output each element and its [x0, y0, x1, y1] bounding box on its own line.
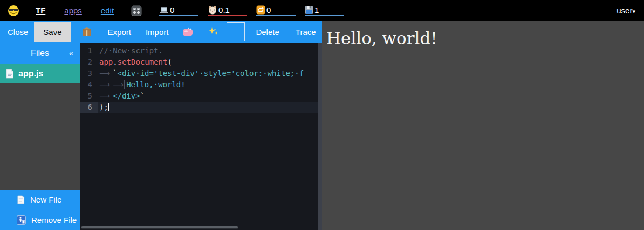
remove-file-label: Remove File [31, 215, 77, 225]
tab-marker: ⟶ [99, 92, 111, 100]
code-lines: 1//·New·script.2app.setDocument(3⟶`<div·… [80, 45, 322, 113]
stat-value: 0.1 [218, 5, 230, 15]
new-file-icon [17, 195, 25, 204]
code-line-6[interactable]: 6); [80, 102, 322, 113]
code-token: app [99, 58, 113, 66]
files-header-label: Files [31, 48, 49, 58]
code-token: Hello,·world! [126, 80, 186, 89]
workspace-row: Files « app.js [0, 43, 322, 230]
stat-value: 0 [266, 5, 271, 15]
code-line-1[interactable]: 1//·New·script. [80, 45, 322, 57]
code-line-text: ); [98, 102, 322, 113]
code-line-4[interactable]: 4⟶⟶Hello,·world! [80, 79, 322, 90]
nav-link-tf[interactable]: TF [36, 6, 45, 15]
stat-value: 0 [170, 5, 174, 15]
files-sidebar: Files « app.js [0, 43, 80, 230]
code-token: </div> [113, 92, 140, 100]
new-file-button[interactable]: New File [0, 190, 80, 210]
litter-bin-icon [17, 215, 26, 225]
chevron-down-icon: ▾ [632, 8, 635, 15]
code-editor[interactable]: 1//·New·script.2app.setDocument(3⟶`<div·… [80, 43, 322, 230]
tab-marker: ⟶ [113, 80, 125, 89]
stat-field-floppy[interactable]: 1 [305, 5, 344, 16]
stat-field-refresh[interactable]: 0 [256, 5, 296, 16]
soap-icon[interactable] [182, 27, 193, 36]
file-item-appjs[interactable]: app.js [0, 64, 80, 83]
ide-column: Close Save Export Import [0, 21, 322, 230]
line-number: 4 [80, 79, 98, 90]
refresh-icon [256, 5, 265, 15]
save-button[interactable]: Save [34, 22, 71, 42]
code-line-3[interactable]: 3⟶`<div·id='test-div'·style='color:·whit… [80, 68, 322, 79]
close-button[interactable]: Close [8, 27, 28, 37]
code-line-text: ⟶⟶Hello,·world! [98, 79, 322, 90]
line-number: 2 [80, 57, 98, 68]
code-line-5[interactable]: 5⟶</div>` [80, 90, 322, 102]
code-token: setDocument [118, 58, 168, 66]
sparkles-icon[interactable] [208, 26, 219, 37]
package-icon[interactable] [81, 26, 92, 37]
floppy-icon [305, 5, 313, 15]
line-number: 6 [80, 102, 98, 113]
delete-button[interactable]: Delete [256, 27, 279, 37]
code-token: ); [99, 103, 108, 111]
code-token: ` [140, 92, 145, 100]
tab-marker: ⟶ [99, 69, 111, 78]
user-menu-label: user [616, 6, 632, 15]
code-token: ` [113, 69, 117, 78]
code-line-2[interactable]: 2app.setDocument( [80, 57, 322, 68]
toolbar-text-input[interactable] [227, 22, 245, 41]
code-line-text: app.setDocument( [98, 57, 322, 68]
new-file-label: New File [30, 195, 61, 204]
page-icon [5, 69, 14, 79]
hamster-icon [208, 5, 217, 15]
smiley-sunglasses-icon[interactable] [8, 5, 19, 17]
code-token: <div·id='test-div'·style='color:·white;·… [118, 69, 304, 78]
code-line-text: ⟶</div>` [98, 90, 322, 102]
line-number: 5 [80, 90, 98, 102]
tab-marker: ⟶ [99, 80, 111, 89]
import-button[interactable]: Import [146, 27, 169, 37]
export-button[interactable]: Export [108, 27, 131, 37]
output-text: Hello, world! [326, 29, 437, 48]
collapse-sidebar-icon[interactable]: « [69, 48, 73, 57]
code-line-text: ⟶`<div·id='test-div'·style='color:·white… [98, 68, 322, 79]
files-header: Files « [0, 43, 80, 64]
top-bar: TF apps edit 0 [0, 0, 644, 21]
stat-value: 1 [314, 5, 319, 15]
code-token: //·New·script. [99, 46, 163, 55]
remove-file-button[interactable]: Remove File [0, 210, 80, 230]
laptop-icon [159, 6, 169, 15]
file-item-label: app.js [18, 69, 43, 79]
stat-field-laptop[interactable]: 0 [159, 5, 198, 16]
code-token: . [113, 58, 117, 66]
editor-toolbar: Close Save Export Import [0, 21, 322, 43]
stat-field-hamster[interactable]: 0.1 [208, 5, 247, 16]
code-line-text: //·New·script. [98, 45, 322, 57]
output-panel: Hello, world! [322, 21, 644, 230]
nav-link-apps[interactable]: apps [64, 6, 82, 15]
text-cursor [108, 103, 109, 111]
main-area: Close Save Export Import [0, 21, 644, 230]
nav-link-edit[interactable]: edit [101, 6, 114, 15]
trace-button[interactable]: Trace [296, 27, 316, 37]
control-knobs-icon[interactable] [131, 5, 142, 16]
file-list-empty-area [0, 83, 80, 190]
horizontal-scrollbar[interactable] [81, 226, 238, 229]
code-token: ( [167, 58, 172, 66]
user-menu[interactable]: user▾ [616, 6, 635, 15]
line-number: 3 [80, 68, 98, 79]
line-number: 1 [80, 45, 98, 57]
vertical-scrollbar[interactable] [318, 43, 322, 230]
